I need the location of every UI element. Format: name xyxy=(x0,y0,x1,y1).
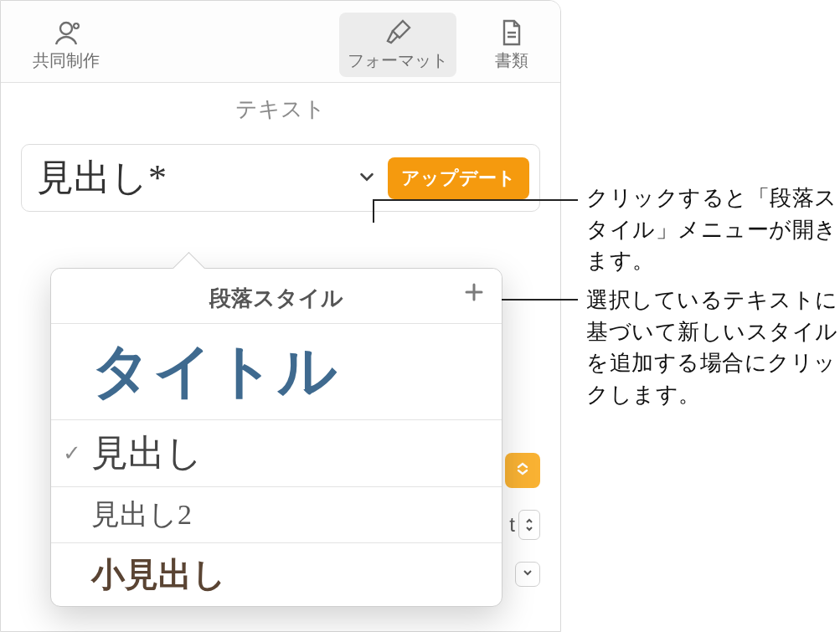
document-label: 書類 xyxy=(495,49,528,72)
collaborate-label: 共同制作 xyxy=(33,49,100,72)
paragraph-styles-popover: 段落スタイル タイトル ✓ 見出し 見出し2 小見出し xyxy=(50,268,502,607)
callout-line xyxy=(490,299,578,301)
style-menu-chevron[interactable] xyxy=(353,164,381,193)
top-toolbar: 共同制作 フォーマット xyxy=(1,1,560,83)
up-down-chevron-icon xyxy=(515,461,530,480)
style-list: タイトル ✓ 見出し 見出し2 小見出し xyxy=(51,323,502,606)
style-row-label: 見出し xyxy=(91,429,203,478)
chevron-down-icon xyxy=(358,167,376,189)
svg-point-0 xyxy=(60,23,72,34)
point-size-stepper[interactable]: t xyxy=(509,510,540,540)
popover-title: 段落スタイル xyxy=(51,269,502,323)
callout-open-menu: クリックすると「段落スタイル」メニューが開きます。 xyxy=(586,182,837,277)
format-brush-icon xyxy=(383,18,413,48)
style-row-heading2[interactable]: 見出し2 xyxy=(51,486,502,542)
color-popup-button[interactable] xyxy=(505,453,540,488)
document-button[interactable]: 書類 xyxy=(487,13,537,77)
callout-add-style: 選択しているテキストに基づいて新しいスタイルを追加する場合にクリックします。 xyxy=(586,285,840,411)
collaborate-button[interactable]: 共同制作 xyxy=(24,13,108,77)
stepper-unit: t xyxy=(509,513,515,537)
style-row-heading[interactable]: ✓ 見出し xyxy=(51,419,502,486)
checkmark-icon: ✓ xyxy=(63,440,81,466)
style-row-label: タイトル xyxy=(91,332,339,411)
update-style-button[interactable]: アップデート xyxy=(388,157,529,199)
chevron-down-icon xyxy=(522,567,533,582)
callout-line xyxy=(373,199,374,223)
plus-icon xyxy=(463,281,485,309)
format-label: フォーマット xyxy=(348,49,448,72)
current-style-name: 見出し* xyxy=(37,153,346,203)
add-style-button[interactable] xyxy=(460,280,488,309)
document-icon xyxy=(497,18,527,48)
style-row-label: 見出し2 xyxy=(91,496,192,534)
style-row-title[interactable]: タイトル xyxy=(51,323,502,419)
background-controls: t xyxy=(505,453,540,587)
paragraph-style-field[interactable]: 見出し* アップデート xyxy=(21,144,540,212)
style-row-label: 小見出し xyxy=(91,552,226,598)
callout-line xyxy=(373,199,578,201)
style-row-subheading[interactable]: 小見出し xyxy=(51,542,502,606)
text-tab[interactable]: テキスト xyxy=(1,83,560,131)
disclosure-button[interactable] xyxy=(515,562,540,587)
stepper-arrows-icon xyxy=(518,510,540,540)
format-button[interactable]: フォーマット xyxy=(339,13,456,77)
collaborate-icon xyxy=(51,18,81,48)
popover-title-text: 段落スタイル xyxy=(209,285,343,311)
